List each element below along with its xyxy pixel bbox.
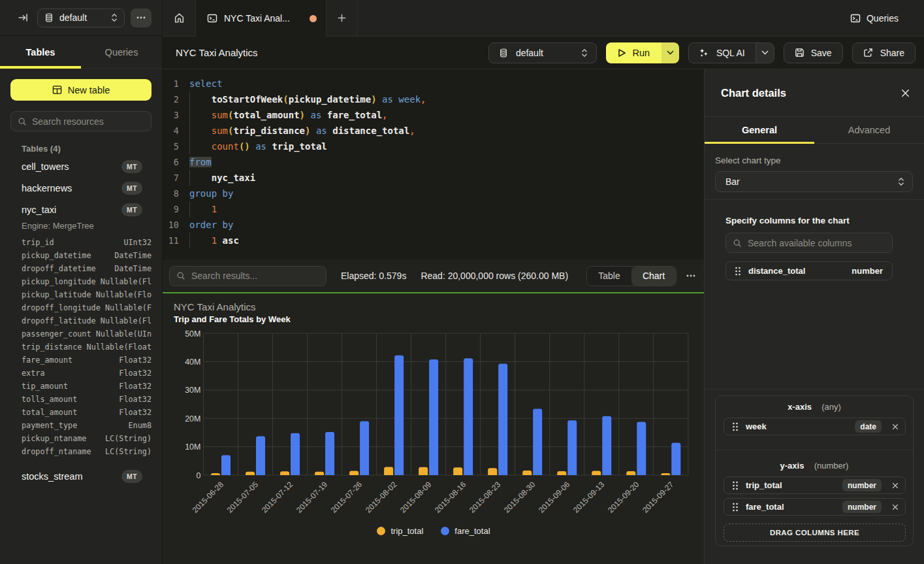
tab-general[interactable]: General: [705, 117, 814, 143]
new-query-tab-button[interactable]: [327, 0, 357, 36]
column-row-dropoff_ntaname[interactable]: dropoff_ntanameLC(String): [10, 445, 151, 458]
column-type: Nullable(Flo: [96, 290, 151, 299]
panel-tabs: General Advanced: [705, 117, 924, 144]
sql-ai-button[interactable]: SQL AI: [689, 43, 756, 63]
database-selector[interactable]: default: [37, 8, 125, 27]
column-name: pickup_ntaname: [22, 434, 105, 443]
remove-axis-item-button[interactable]: [891, 503, 899, 511]
remove-axis-item-button[interactable]: [891, 482, 899, 489]
column-row-payment_type[interactable]: payment_typeEnum8: [10, 419, 151, 432]
sidebar-search-input[interactable]: Search resources: [10, 111, 151, 131]
query-title: NYC Taxi Analytics: [176, 47, 488, 58]
legend-item-fare_total[interactable]: fare_total: [441, 526, 490, 536]
tab-queries[interactable]: Queries: [81, 36, 162, 68]
run-button-label: Run: [633, 48, 650, 58]
column-row-extra[interactable]: extraFloat32: [10, 367, 151, 380]
column-row-tolls_amount[interactable]: tolls_amountFloat32: [10, 393, 151, 406]
column-row-fare_amount[interactable]: fare_amountFloat32: [10, 354, 151, 367]
view-chart-button[interactable]: Chart: [631, 267, 676, 286]
line-number: 6: [163, 157, 179, 167]
drag-columns-drop-zone[interactable]: DRAG COLUMNS HERE: [724, 523, 906, 542]
panel-header: Chart details: [705, 69, 924, 117]
sidebar-more-button[interactable]: [131, 8, 151, 27]
table-row-nyc_taxi[interactable]: nyc_taxiMT: [10, 199, 151, 220]
save-icon: [795, 48, 805, 58]
results-search-input[interactable]: Search results...: [169, 266, 327, 286]
line-number: 3: [163, 110, 179, 120]
database-selector-value: default: [59, 12, 110, 23]
drag-handle-icon: [732, 503, 739, 512]
bar-chart[interactable]: 010M20M30M40M50M2015-06-282015-07-052015…: [163, 293, 705, 526]
collapse-sidebar-button[interactable]: [16, 10, 30, 25]
column-row-total_amount[interactable]: total_amountFloat32: [10, 406, 151, 419]
queries-button[interactable]: Queries: [842, 0, 924, 36]
table-row-cell_towers[interactable]: cell_towersMT: [10, 156, 151, 177]
sql-ai-options-button[interactable]: [756, 43, 774, 63]
column-row-passenger_count[interactable]: passenger_countNullable(UIn: [10, 327, 151, 340]
chart-legend: trip_totalfare_total: [163, 526, 705, 536]
toolbar-database-selector[interactable]: default: [488, 42, 597, 63]
remove-axis-item-button[interactable]: [891, 423, 899, 431]
column-name: extra: [22, 369, 119, 378]
svg-text:2015-08-09: 2015-08-09: [398, 480, 434, 515]
x-axis-item-week[interactable]: week date: [724, 418, 906, 435]
share-button[interactable]: Share: [852, 42, 916, 63]
svg-text:2015-09-06: 2015-09-06: [537, 480, 572, 515]
columns-search-input[interactable]: Search available columns: [725, 233, 893, 253]
table-name: cell_towers: [22, 161, 121, 172]
column-row-pickup_ntaname[interactable]: pickup_ntanameLC(String): [10, 432, 151, 445]
y-axis-item-fare-total[interactable]: fare_total number: [724, 498, 906, 516]
column-name: trip_distance: [22, 342, 87, 352]
new-table-button[interactable]: New table: [10, 79, 151, 101]
column-row-dropoff_latitude[interactable]: dropoff_latitudeNullable(Fl: [10, 314, 151, 327]
query-tab-active[interactable]: NYC Taxi Anal...: [195, 0, 327, 37]
drag-handle-icon: [732, 422, 739, 431]
column-type: Enum8: [128, 421, 151, 430]
terminal-icon: [207, 13, 217, 24]
legend-label: fare_total: [454, 526, 490, 536]
table-name: hackernews: [22, 183, 121, 193]
indent-guide: [189, 201, 190, 217]
legend-label: trip_total: [390, 526, 423, 536]
sql-editor[interactable]: 1select2 toStartOfWeek(pickup_datetime) …: [163, 69, 705, 259]
column-row-pickup_latitude[interactable]: pickup_latitudeNullable(Flo: [10, 288, 151, 301]
column-name: tip_amount: [22, 382, 119, 391]
run-options-button[interactable]: [661, 42, 679, 63]
view-table-button[interactable]: Table: [587, 267, 631, 286]
save-button[interactable]: Save: [784, 42, 843, 63]
run-button[interactable]: Run: [606, 42, 661, 63]
home-button[interactable]: [163, 0, 195, 36]
tab-tables[interactable]: Tables: [0, 36, 81, 68]
sidebar-body: New table Search resources Tables (4) ce…: [0, 69, 162, 487]
terminal-icon: [850, 13, 861, 24]
column-row-dropoff_datetime[interactable]: dropoff_datetimeDateTime: [10, 262, 151, 275]
column-row-pickup_datetime[interactable]: pickup_datetimeDateTime: [10, 249, 151, 262]
results-toolbar: Search results... Elapsed: 0.579s Read: …: [163, 259, 705, 292]
tab-bar-spacer: [357, 0, 842, 36]
query-toolbar: NYC Taxi Analytics default Run SQL AI: [163, 37, 924, 69]
tab-advanced[interactable]: Advanced: [814, 117, 924, 143]
column-row-pickup_longitude[interactable]: pickup_longitudeNullable(Fl: [10, 275, 151, 288]
engine-badge: MT: [121, 203, 142, 216]
svg-text:2015-09-13: 2015-09-13: [571, 480, 607, 515]
chart-panel: NYC Taxi Analytics Trip and Fare Totals …: [163, 293, 705, 564]
legend-item-trip_total[interactable]: trip_total: [377, 526, 423, 536]
engine-badge: MT: [121, 470, 142, 483]
y-axis-item-trip-total[interactable]: trip_total number: [724, 476, 906, 494]
sparkles-icon: [699, 48, 709, 58]
chart-type-select[interactable]: Bar: [715, 171, 913, 192]
results-more-button[interactable]: [677, 274, 705, 277]
indent-guide: [189, 91, 190, 107]
svg-text:30M: 30M: [185, 386, 200, 395]
column-row-trip_id[interactable]: trip_idUInt32: [10, 236, 151, 249]
table-row-stocks_stream[interactable]: stocks_streamMT: [10, 465, 151, 487]
close-panel-button[interactable]: [900, 88, 910, 98]
editor-line-6: 6from: [163, 154, 705, 170]
column-row-trip_distance[interactable]: trip_distanceNullable(Float: [10, 340, 151, 354]
column-name: dropoff_longitude: [22, 303, 105, 312]
column-row-dropoff_longitude[interactable]: dropoff_longitudeNullable(F: [10, 301, 151, 314]
available-column-distance-total[interactable]: distance_total number: [725, 261, 893, 280]
table-row-hackernews[interactable]: hackernewsMT: [10, 177, 151, 199]
column-row-tip_amount[interactable]: tip_amountFloat32: [10, 380, 151, 393]
chevron-up-down-icon: [110, 13, 118, 22]
